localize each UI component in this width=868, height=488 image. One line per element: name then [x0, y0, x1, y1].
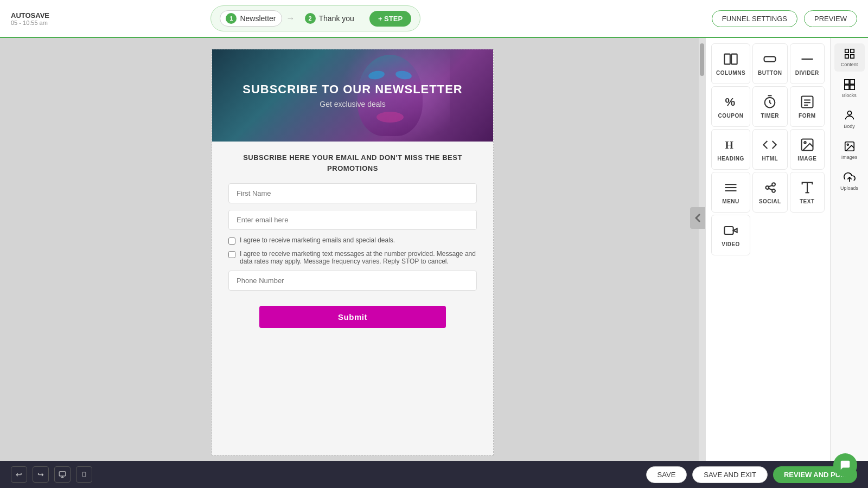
save-actions: SAVE SAVE AND EXIT REVIEW AND PU...	[646, 466, 857, 483]
svg-rect-2	[764, 56, 776, 61]
hero-title: SUBSCRIBE TO OUR NEWSLETTER	[242, 82, 463, 97]
svg-rect-26	[845, 49, 848, 53]
svg-rect-24	[724, 227, 733, 234]
add-step-button[interactable]: + STEP	[369, 11, 411, 27]
panel-item-heading[interactable]: H HEADING	[711, 129, 750, 170]
page-canvas: SUBSCRIBE TO OUR NEWSLETTER Get exclusiv…	[212, 49, 494, 455]
bottom-bar: ↩ ↪ SAVE SAVE AND EXIT REVIEW AND PU...	[0, 461, 868, 488]
vertical-scrollbar[interactable]	[699, 38, 705, 461]
checkbox-row-2: I agree to receive marketing text messag…	[228, 250, 477, 265]
uploads-tab-icon	[844, 171, 856, 183]
desktop-view-button[interactable]	[54, 466, 71, 483]
panel-item-video[interactable]: VIDEO	[711, 215, 750, 255]
tab-content[interactable]: Content	[834, 43, 865, 72]
columns-icon	[723, 52, 738, 67]
video-label: VIDEO	[722, 241, 740, 247]
panel-item-text[interactable]: TEXT	[790, 172, 825, 213]
menu-label: MENU	[722, 198, 739, 204]
chat-icon	[839, 459, 851, 471]
image-icon	[800, 137, 815, 152]
funnel-settings-button[interactable]: FUNNEL SETTINGS	[712, 10, 797, 27]
svg-point-19	[772, 189, 775, 192]
body-tab-icon	[844, 110, 856, 121]
panel-item-form[interactable]: FORM	[790, 86, 825, 127]
save-button[interactable]: SAVE	[646, 466, 687, 483]
coupon-icon: %	[723, 94, 738, 110]
columns-label: COLUMNS	[716, 70, 745, 76]
social-icon	[762, 180, 777, 195]
svg-text:%: %	[725, 95, 736, 108]
checkbox-2-label: I agree to receive marketing text messag…	[240, 250, 477, 265]
text-icon	[800, 180, 815, 195]
submit-button[interactable]: Submit	[259, 306, 446, 328]
form-area: SUBSCRIBE HERE YOUR EMAIL AND DON'T MISS…	[212, 142, 493, 339]
autosave-block: AUTOSAVE 05 - 10:55 am	[11, 11, 65, 26]
tab-uploads[interactable]: Uploads	[834, 167, 865, 195]
svg-rect-38	[59, 472, 66, 476]
save-and-exit-button[interactable]: SAVE AND EXIT	[692, 466, 768, 483]
image-label: IMAGE	[797, 156, 816, 162]
step-2-num: 2	[305, 13, 316, 24]
panel-item-menu[interactable]: MENU	[711, 172, 750, 213]
tab-body[interactable]: Body	[834, 105, 865, 133]
form-tagline: SUBSCRIBE HERE YOUR EMAIL AND DON'T MISS…	[228, 152, 477, 174]
redo-button[interactable]: ↪	[33, 466, 49, 483]
first-name-input[interactable]	[228, 183, 477, 203]
far-right-tabs: Content Blocks Body Images Uploads	[830, 38, 868, 461]
button-label: BUTTON	[758, 70, 782, 76]
svg-point-18	[772, 183, 775, 186]
social-label: SOCIAL	[759, 198, 781, 204]
svg-rect-28	[845, 55, 848, 58]
right-panel: COLUMNS BUTTON DIVIDER % COUPON	[705, 38, 868, 461]
timer-icon	[762, 94, 777, 110]
svg-rect-32	[844, 85, 848, 89]
tab-images[interactable]: Images	[834, 136, 865, 164]
marketing-sms-checkbox[interactable]	[228, 251, 235, 258]
panel-item-columns[interactable]: COLUMNS	[711, 43, 750, 84]
images-tab-label: Images	[841, 155, 858, 160]
undo-button[interactable]: ↩	[11, 466, 27, 483]
panel-item-timer[interactable]: TIMER	[752, 86, 787, 127]
panel-item-coupon[interactable]: % COUPON	[711, 86, 750, 127]
panel-item-divider[interactable]: DIVIDER	[790, 43, 825, 84]
svg-point-34	[847, 111, 851, 115]
mobile-view-button[interactable]	[76, 466, 92, 483]
step-nav: 1 Newsletter → 2 Thank you + STEP	[210, 5, 420, 31]
phone-number-input[interactable]	[228, 271, 477, 291]
html-icon	[762, 137, 777, 152]
svg-line-20	[769, 185, 773, 187]
content-tab-label: Content	[841, 62, 858, 67]
step-1[interactable]: 1 Newsletter	[220, 10, 282, 27]
panel-content: COLUMNS BUTTON DIVIDER % COUPON	[706, 38, 830, 461]
panel-item-image[interactable]: IMAGE	[790, 129, 825, 170]
hero-subtitle: Get exclusive deals	[320, 100, 385, 108]
main-layout: SUBSCRIBE TO OUR NEWSLETTER Get exclusiv…	[0, 38, 868, 461]
newsletter-hero: SUBSCRIBE TO OUR NEWSLETTER Get exclusiv…	[212, 49, 493, 142]
svg-rect-29	[850, 55, 853, 58]
marketing-emails-checkbox[interactable]	[228, 237, 235, 245]
heading-label: HEADING	[717, 156, 744, 162]
email-input[interactable]	[228, 210, 477, 230]
panel-item-html[interactable]: HTML	[752, 129, 787, 170]
svg-rect-1	[731, 54, 737, 65]
uploads-tab-label: Uploads	[840, 185, 858, 191]
preview-button[interactable]: PREVIEW	[804, 10, 857, 27]
scroll-handle-right[interactable]	[690, 207, 705, 229]
scrollbar-thumb[interactable]	[700, 43, 704, 76]
checkbox-1-label: I agree to receive marketing emails and …	[240, 236, 395, 244]
canvas-scroll[interactable]: SUBSCRIBE TO OUR NEWSLETTER Get exclusiv…	[0, 43, 705, 461]
svg-rect-0	[724, 54, 730, 65]
menu-icon	[723, 180, 738, 195]
step-2[interactable]: 2 Thank you	[299, 11, 360, 26]
tab-blocks[interactable]: Blocks	[834, 74, 865, 102]
timer-label: TIMER	[761, 113, 779, 119]
svg-rect-27	[850, 49, 853, 53]
chat-button[interactable]	[833, 453, 857, 477]
step-1-num: 1	[226, 13, 237, 24]
panel-item-social[interactable]: SOCIAL	[752, 172, 787, 213]
panel-item-button[interactable]: BUTTON	[752, 43, 787, 84]
blocks-tab-icon	[844, 79, 856, 91]
svg-point-17	[766, 186, 769, 189]
button-icon	[762, 52, 777, 67]
step-1-label: Newsletter	[240, 14, 276, 23]
